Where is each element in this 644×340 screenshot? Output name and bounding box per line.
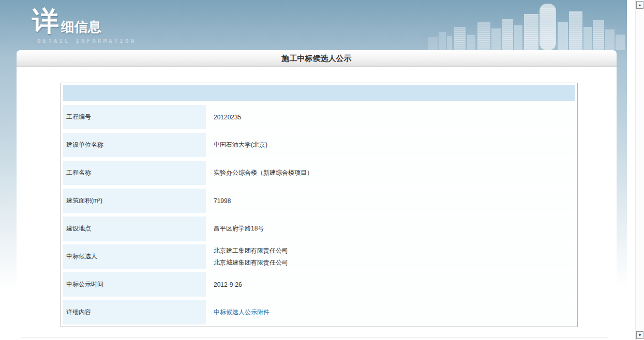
right-gutter — [627, 0, 635, 340]
banner-subtitle: DETAIL INFORMATION — [37, 38, 136, 44]
scroll-up-icon: ▲ — [638, 3, 642, 7]
page: 详 细信息 DETAIL INFORMATION 施工中标候选人公示 工程编号 … — [0, 0, 644, 340]
detail-table: 工程编号 20120235 建设单位名称 中国石油大学(北京) 工程名称 实验办… — [61, 83, 578, 327]
table-header-band — [63, 85, 575, 101]
banner-title-big: 详 — [32, 7, 59, 36]
row-label: 建设单位名称 — [63, 133, 206, 157]
scroll-down-icon: ▼ — [638, 333, 642, 337]
table-row: 建筑面积(m²) 71998 — [63, 189, 575, 213]
scroll-down-button[interactable]: ▼ — [636, 331, 643, 339]
row-label: 建设地点 — [63, 217, 206, 241]
table-row: 中标候选人 北京建工集团有限责任公司北京城建集团有限责任公司 — [63, 244, 575, 269]
scroll-up-button[interactable]: ▲ — [636, 1, 643, 9]
table-row: 详细内容 中标候选人公示附件 — [63, 300, 575, 324]
footer-divider — [21, 337, 608, 337]
table-row: 工程名称 实验办公综合楼（新建综合楼项目） — [63, 161, 575, 185]
row-value: 中标候选人公示附件 — [208, 300, 575, 324]
row-value: 实验办公综合楼（新建综合楼项目） — [208, 161, 575, 185]
page-title-bar: 施工中标候选人公示 — [17, 50, 617, 67]
row-label: 工程名称 — [63, 161, 206, 185]
row-value-line: 北京建工集团有限责任公司 — [214, 245, 575, 257]
row-label: 中标公示时间 — [63, 272, 206, 297]
row-value: 2012-9-26 — [208, 272, 575, 297]
table-row: 工程编号 20120235 — [63, 105, 575, 129]
detail-table-body: 工程编号 20120235 建设单位名称 中国石油大学(北京) 工程名称 实验办… — [63, 105, 575, 324]
row-value: 中国石油大学(北京) — [208, 133, 575, 157]
page-title: 施工中标候选人公示 — [282, 54, 352, 63]
table-row: 建设单位名称 中国石油大学(北京) — [63, 133, 575, 157]
table-row: 建设地点 昌平区府学路18号 — [63, 217, 575, 241]
row-value: 20120235 — [208, 105, 575, 129]
table-row: 中标公示时间 2012-9-26 — [63, 272, 575, 297]
banner-title-small: 细信息 — [61, 19, 101, 35]
row-value: 北京建工集团有限责任公司北京城建集团有限责任公司 — [208, 244, 575, 269]
row-label: 中标候选人 — [63, 244, 206, 269]
attachment-link[interactable]: 中标候选人公示附件 — [214, 308, 575, 317]
row-value-line: 北京城建集团有限责任公司 — [214, 257, 575, 269]
row-label: 详细内容 — [63, 300, 206, 324]
row-label: 工程编号 — [63, 105, 206, 129]
vertical-scrollbar[interactable]: ▲ ▼ — [635, 0, 644, 340]
row-value: 71998 — [208, 189, 575, 213]
row-value: 昌平区府学路18号 — [208, 217, 575, 241]
banner-logo: 详 细信息 DETAIL INFORMATION — [32, 7, 136, 44]
content-panel: 施工中标候选人公示 工程编号 20120235 建设单位名称 中国石油大学(北京… — [17, 50, 617, 340]
row-label: 建筑面积(m²) — [63, 189, 206, 213]
city-skyline-illustration — [428, 0, 627, 50]
